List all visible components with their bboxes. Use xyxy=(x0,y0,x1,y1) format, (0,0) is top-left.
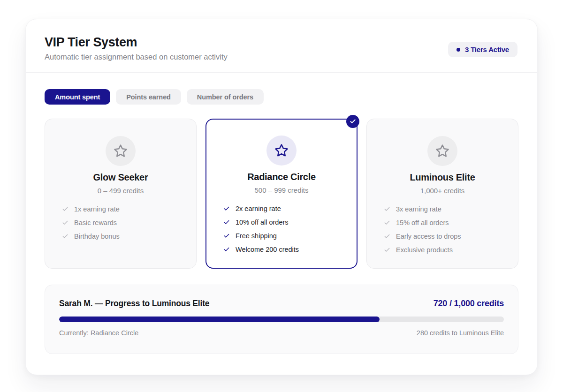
tier-features: 2x earning rate 10% off all orders Free … xyxy=(206,202,357,256)
check-icon xyxy=(384,219,390,226)
feature-item: Welcome 200 credits xyxy=(223,242,340,256)
progress-card: Sarah M. — Progress to Luminous Elite 72… xyxy=(45,285,518,354)
check-icon xyxy=(62,233,68,240)
badge-label: 3 Tiers Active xyxy=(465,45,509,53)
tier-features: 1x earning rate Basic rewards Birthday b… xyxy=(45,202,196,243)
tier-range: 1,000+ credits xyxy=(367,187,518,195)
tier-name: Glow Seeker xyxy=(45,172,196,183)
tier-card-radiance-circle[interactable]: Radiance Circle 500 – 999 credits 2x ear… xyxy=(205,119,358,269)
check-icon xyxy=(384,206,390,212)
feature-label: 10% off all orders xyxy=(236,219,289,226)
tiers-active-badge: 3 Tiers Active xyxy=(448,42,517,57)
panel-header: VIP Tier System Automatic tier assignmen… xyxy=(26,19,537,73)
tier-range: 500 – 999 credits xyxy=(206,186,357,194)
progress-header: Sarah M. — Progress to Luminous Elite 72… xyxy=(59,299,504,309)
tier-card-luminous-elite[interactable]: Luminous Elite 1,000+ credits 3x earning… xyxy=(366,119,518,269)
feature-item: 1x earning rate xyxy=(62,202,179,216)
progress-bar xyxy=(59,317,504,322)
check-icon xyxy=(62,206,68,212)
feature-label: 2x earning rate xyxy=(236,205,281,212)
vip-tier-panel: VIP Tier System Automatic tier assignmen… xyxy=(25,19,538,375)
tab-amount-spent[interactable]: Amount spent xyxy=(45,89,110,105)
feature-item: 15% off all orders xyxy=(384,216,501,229)
check-icon xyxy=(384,247,390,253)
page-subtitle: Automatic tier assignment based on custo… xyxy=(45,53,228,61)
feature-item: Free shipping xyxy=(223,229,340,242)
tier-features: 3x earning rate 15% off all orders Early… xyxy=(367,202,518,256)
feature-label: 15% off all orders xyxy=(396,219,449,226)
tier-basis-tabs: Amount spent Points earned Number of ord… xyxy=(45,89,518,105)
star-icon xyxy=(266,136,297,166)
check-icon xyxy=(223,205,230,212)
header-text: VIP Tier System Automatic tier assignmen… xyxy=(45,35,228,61)
feature-item: Basic rewards xyxy=(62,216,179,229)
feature-label: Early access to drops xyxy=(396,233,461,240)
feature-label: 3x earning rate xyxy=(396,205,441,213)
feature-label: Free shipping xyxy=(236,232,277,240)
page-title: VIP Tier System xyxy=(45,35,228,50)
feature-item: 2x earning rate xyxy=(223,202,340,215)
feature-label: 1x earning rate xyxy=(74,205,120,213)
progress-title: Sarah M. — Progress to Luminous Elite xyxy=(59,299,209,309)
tab-number-of-orders[interactable]: Number of orders xyxy=(187,89,264,105)
progress-value: 720 / 1,000 credits xyxy=(434,299,504,309)
tier-name: Luminous Elite xyxy=(367,172,518,183)
tier-cards-row: Glow Seeker 0 – 499 credits 1x earning r… xyxy=(45,119,518,269)
feature-label: Birthday bonus xyxy=(74,233,120,240)
feature-item: Birthday bonus xyxy=(62,229,179,243)
feature-item: Exclusive products xyxy=(384,243,501,256)
progress-bar-fill xyxy=(59,317,380,322)
progress-remaining: 280 credits to Luminous Elite xyxy=(417,329,504,337)
badge-dot-icon xyxy=(456,48,460,52)
tier-card-glow-seeker[interactable]: Glow Seeker 0 – 499 credits 1x earning r… xyxy=(45,119,197,269)
feature-label: Basic rewards xyxy=(74,219,117,226)
tier-range: 0 – 499 credits xyxy=(45,187,196,195)
tier-name: Radiance Circle xyxy=(206,172,357,182)
check-icon xyxy=(223,219,230,226)
progress-current-tier: Currently: Radiance Circle xyxy=(59,329,138,337)
check-icon xyxy=(62,219,68,226)
feature-label: Welcome 200 credits xyxy=(236,246,299,253)
check-icon xyxy=(384,233,390,240)
check-icon xyxy=(223,246,230,253)
feature-label: Exclusive products xyxy=(396,246,453,254)
feature-item: 10% off all orders xyxy=(223,215,340,229)
tab-points-earned[interactable]: Points earned xyxy=(116,89,181,105)
star-icon xyxy=(427,136,457,166)
feature-item: Early access to drops xyxy=(384,229,501,243)
star-icon xyxy=(106,136,136,166)
feature-item: 3x earning rate xyxy=(384,202,501,216)
selected-check-icon xyxy=(346,115,359,128)
progress-footer: Currently: Radiance Circle 280 credits t… xyxy=(59,329,504,337)
check-icon xyxy=(223,233,230,239)
panel-content: Amount spent Points earned Number of ord… xyxy=(26,73,537,354)
